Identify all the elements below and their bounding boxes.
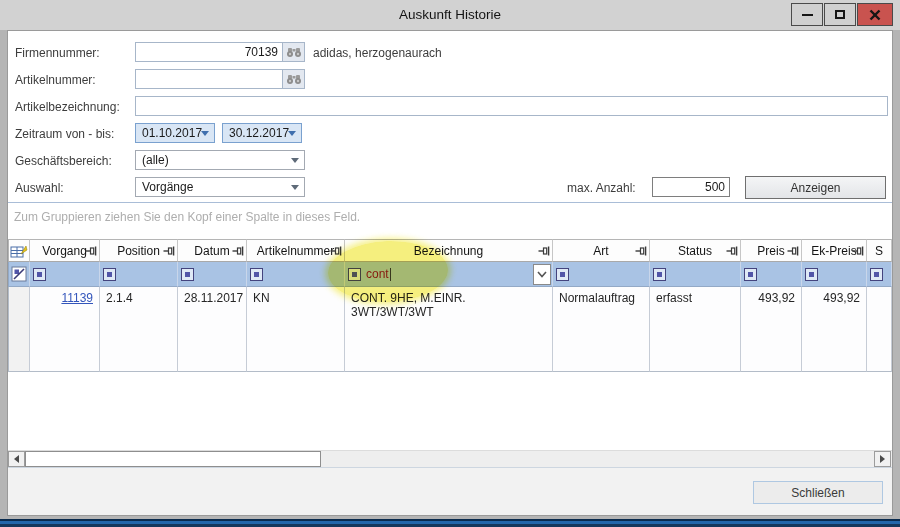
cell-s [867, 287, 892, 372]
filter-icon[interactable] [33, 268, 46, 281]
geschaeftsbereich-label: Geschäftsbereich: [15, 154, 112, 168]
pin-icon[interactable] [726, 245, 738, 257]
filter-cell-art[interactable] [553, 262, 650, 287]
cell-position: 2.1.4 [100, 287, 178, 372]
pin-icon[interactable] [232, 245, 244, 257]
chevron-down-icon [288, 131, 296, 136]
column-header-datum[interactable]: Datum [178, 239, 247, 262]
max-anzahl-label: max. Anzahl: [567, 181, 636, 195]
scroll-right-button[interactable] [874, 451, 891, 467]
filter-cell-vorgang[interactable] [30, 262, 100, 287]
arrow-right-icon [880, 455, 885, 463]
column-header-bezeichnung[interactable]: Bezeichnung [345, 239, 553, 262]
artikelnummer-input[interactable] [135, 69, 283, 89]
cell-artikelnummer: KN [247, 287, 345, 372]
filter-cell-preis[interactable] [741, 262, 802, 287]
zeitraum-label: Zeitraum von - bis: [15, 127, 114, 141]
filter-icon[interactable] [805, 268, 818, 281]
column-header-preis[interactable]: Preis [741, 239, 802, 262]
arrow-left-icon [14, 455, 19, 463]
chevron-down-icon [537, 271, 547, 278]
cell-preis: 493,92 [741, 287, 802, 372]
cell-datum: 28.11.2017 [178, 287, 247, 372]
minimize-button[interactable] [791, 3, 823, 26]
column-header-art[interactable]: Art [553, 239, 650, 262]
filter-icon[interactable] [181, 268, 194, 281]
filter-cell-artikelnummer[interactable] [247, 262, 345, 287]
clear-filter-icon [11, 266, 27, 282]
grid-filter-row: cont [8, 262, 892, 287]
zeitraum-von-select[interactable]: 01.10.2017 [135, 123, 215, 143]
row-indicator-cell [8, 287, 30, 372]
artikelnummer-label: Artikelnummer: [15, 73, 96, 87]
binoculars-icon [286, 74, 302, 85]
auswahl-value: Vorgänge [142, 180, 193, 194]
chevron-down-icon [201, 131, 209, 136]
max-anzahl-input[interactable] [652, 177, 730, 197]
window-title: Auskunft Historie [0, 7, 900, 22]
grid-header-row: Vorgang Position Datum [8, 239, 892, 262]
filter-cell-status[interactable] [650, 262, 741, 287]
table-row[interactable]: 11139 2.1.4 28.11.2017 KN CONT. 9HE, M.E… [8, 287, 892, 372]
pin-icon[interactable] [85, 245, 97, 257]
column-header-status[interactable]: Status [650, 239, 741, 262]
filter-icon[interactable] [744, 268, 757, 281]
scrollbar-thumb[interactable] [25, 451, 321, 467]
close-button[interactable] [857, 3, 893, 26]
minimize-icon [802, 14, 813, 16]
column-header-ek-preis[interactable]: Ek-Preis [802, 239, 867, 262]
vorgang-link[interactable]: 11139 [61, 291, 93, 305]
pin-icon[interactable] [163, 245, 175, 257]
close-icon [869, 9, 881, 21]
filter-icon[interactable] [653, 268, 666, 281]
titlebar[interactable]: Auskunft Historie [0, 0, 900, 30]
filter-cell-ek-preis[interactable] [802, 262, 867, 287]
pin-icon[interactable] [635, 245, 647, 257]
grid-corner-button[interactable] [8, 239, 30, 262]
chevron-down-icon [291, 158, 299, 163]
cell-vorgang: 11139 [30, 287, 100, 372]
pin-icon[interactable] [787, 245, 799, 257]
zeitraum-von-value: 01.10.2017 [142, 126, 202, 140]
text-cursor [390, 268, 391, 281]
schliessen-button[interactable]: Schließen [753, 481, 883, 504]
filter-icon[interactable] [250, 268, 263, 281]
clear-filter-button[interactable] [8, 262, 30, 287]
firmennummer-input[interactable] [135, 42, 283, 62]
filter-cell-datum[interactable] [178, 262, 247, 287]
filter-cell-bezeichnung[interactable]: cont [345, 262, 553, 287]
anzeigen-button[interactable]: Anzeigen [745, 176, 886, 199]
pin-icon[interactable] [538, 245, 550, 257]
firmennummer-lookup-button[interactable] [283, 42, 305, 62]
artikelnummer-lookup-button[interactable] [283, 69, 305, 89]
column-header-artikelnummer[interactable]: Artikelnummer [247, 239, 345, 262]
artikelbezeichnung-label: Artikelbezeichnung: [15, 100, 120, 114]
binoculars-icon [286, 47, 302, 58]
cell-art: Normalauftrag [553, 287, 650, 372]
column-header-vorgang[interactable]: Vorgang [30, 239, 100, 262]
bezeichnung-filter-dropdown-button[interactable] [533, 264, 551, 285]
filter-icon[interactable] [348, 268, 361, 281]
filter-cell-s[interactable] [867, 262, 892, 287]
bezeichnung-filter-query[interactable]: cont [366, 267, 389, 281]
auswahl-select[interactable]: Vorgänge [135, 177, 305, 197]
firmennummer-company-text: adidas, herzogenaurach [313, 46, 442, 60]
horizontal-scrollbar[interactable] [8, 450, 892, 467]
column-header-position[interactable]: Position [100, 239, 178, 262]
filter-icon[interactable] [556, 268, 569, 281]
pin-icon[interactable] [852, 245, 864, 257]
filter-icon[interactable] [870, 268, 883, 281]
maximize-button[interactable] [824, 3, 856, 26]
filter-cell-position[interactable] [100, 262, 178, 287]
geschaeftsbereich-select[interactable]: (alle) [135, 150, 305, 170]
dialog-auskunft-historie: Auskunft Historie Firmennummer: adidas, … [0, 0, 900, 527]
scroll-left-button[interactable] [8, 451, 25, 467]
geschaeftsbereich-value: (alle) [142, 153, 169, 167]
column-header-s[interactable]: S [867, 239, 892, 262]
artikelbezeichnung-input[interactable] [135, 96, 888, 116]
zeitraum-bis-select[interactable]: 30.12.2017 [222, 123, 302, 143]
chevron-down-icon [291, 185, 299, 190]
filter-icon[interactable] [103, 268, 116, 281]
pin-icon[interactable] [330, 245, 342, 257]
group-by-hint: Zum Gruppieren ziehen Sie den Kopf einer… [14, 210, 360, 224]
